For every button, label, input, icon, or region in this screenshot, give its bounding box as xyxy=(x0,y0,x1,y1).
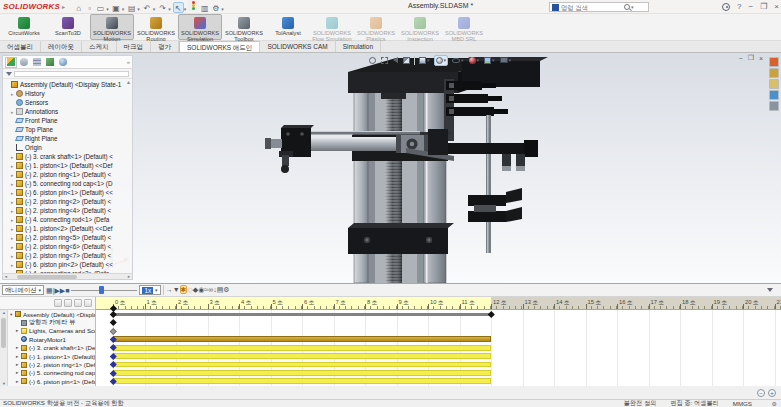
previous-view-button[interactable] xyxy=(392,56,399,64)
change-bar[interactable] xyxy=(113,362,491,368)
stop-button[interactable]: ■ xyxy=(65,287,69,294)
redo-dropdown-icon[interactable]: ▾ xyxy=(168,6,171,12)
change-bar[interactable] xyxy=(113,353,491,359)
timeline-zoom-in-icon[interactable]: + xyxy=(768,389,776,397)
slider-thumb[interactable] xyxy=(99,286,104,294)
motor-bar[interactable] xyxy=(113,336,491,342)
home-icon[interactable]: ⌂ xyxy=(73,3,84,14)
motion-tree-item[interactable]: ▸(-) 6. piston pin<1> (Defa xyxy=(8,377,95,385)
command-search-box[interactable]: ▾ xyxy=(549,2,649,12)
filter-selected-button[interactable] xyxy=(74,299,82,307)
filter-input[interactable] xyxy=(14,71,129,77)
tree-item[interactable]: Top Plane xyxy=(3,125,132,134)
display-style-button[interactable]: ▾ xyxy=(434,55,449,66)
motion-tree-item[interactable]: ▸(-) 1. piston<1> (Default) xyxy=(8,352,95,360)
tree-item[interactable]: Assembly (Default) <Display State-1 xyxy=(3,80,132,89)
motion-tree-item[interactable]: ▸(-) 3. crank shaft<1> (Def xyxy=(8,344,95,352)
timeline[interactable]: 0 초1 초2 초3 초4 초5 초6 초7 초8 초9 초10 초11 초12… xyxy=(96,297,781,386)
timeline-zoom-slider[interactable] xyxy=(71,285,137,295)
design-library-tab[interactable] xyxy=(769,68,779,78)
addin-scanto3d[interactable]: ScanTo3D xyxy=(46,14,90,40)
minimize-button[interactable]: − xyxy=(748,0,753,14)
scroll-down-icon[interactable]: ▼ xyxy=(0,381,8,386)
tree-item[interactable]: Front Plane xyxy=(3,116,132,125)
scroll-thumb[interactable] xyxy=(1,318,6,348)
keyframe-icon[interactable] xyxy=(110,328,116,334)
addin-solidworks-motion[interactable]: SOLIDWORKS Motion xyxy=(90,14,134,40)
file-properties-icon[interactable]: ▥ xyxy=(199,3,210,14)
open-icon[interactable]: ▭ xyxy=(95,3,106,14)
view-settings-button[interactable]: ▾ xyxy=(499,56,513,64)
panel-collapse-icon[interactable]: « xyxy=(127,59,130,65)
options-icon[interactable]: ⚙ xyxy=(210,3,221,14)
rebuild-icon[interactable] xyxy=(188,0,199,11)
addin-circuitworks[interactable]: CircuitWorks xyxy=(2,14,46,40)
doc-close-button[interactable]: × xyxy=(759,55,763,62)
keyframe-icon[interactable] xyxy=(488,311,494,317)
tree-item[interactable]: ▸(-) 2. piston ring<1> (Default) < xyxy=(3,170,132,179)
doc-restore-button[interactable]: ❐ xyxy=(748,54,754,62)
motion-study-properties-button[interactable]: ⚙ xyxy=(223,286,229,293)
calculate-button[interactable]: ▦ xyxy=(46,287,53,294)
edit-appearance-button[interactable]: ▾ xyxy=(468,56,481,65)
tree-item[interactable]: Right Plane xyxy=(3,134,132,143)
zoom-fit-button[interactable] xyxy=(368,56,377,65)
addin-solidworks-toolbox[interactable]: SOLIDWORKS Toolbox xyxy=(222,14,266,40)
collapse-panel-icon[interactable] xyxy=(767,288,773,292)
playback-speed-select[interactable]: 1x ▾ xyxy=(139,285,160,295)
motion-tree-item[interactable]: ▸Lights, Cameras and Scene xyxy=(8,327,95,335)
tree-item[interactable]: ▸History xyxy=(3,89,132,98)
timeline-ruler[interactable]: 0 초1 초2 초3 초4 초5 초6 초7 초8 초9 초10 초11 초12… xyxy=(96,297,781,310)
tab-스케치[interactable]: 스케치 xyxy=(82,41,117,52)
dimxpertmanager-tab[interactable] xyxy=(44,57,56,68)
redo-icon[interactable]: ↷ xyxy=(157,3,168,14)
addin-solidworks-routing[interactable]: SOLIDWORKS Routing xyxy=(134,14,178,40)
feature-tree-hscrollbar[interactable]: ◂ ▸ xyxy=(3,273,132,279)
tab-어셈블리[interactable]: 어셈블리 xyxy=(0,41,41,52)
appearances-scenes-tab[interactable] xyxy=(769,90,779,100)
timeline-row[interactable] xyxy=(96,377,781,385)
motion-tree-item[interactable]: ▾Assembly (Default) <Display S xyxy=(8,310,95,318)
keyframe-icon[interactable] xyxy=(110,319,116,325)
logo-menu-caret-icon[interactable]: ▸ xyxy=(62,3,65,10)
scroll-thumb[interactable] xyxy=(17,275,77,279)
tree-item[interactable]: ▸(-) 1. piston<1> (Default) <<Def xyxy=(3,161,132,170)
scroll-right-icon[interactable]: ▸ xyxy=(126,274,132,279)
apply-scene-button[interactable]: ▾ xyxy=(483,56,496,65)
tree-item[interactable]: ▸(-) 5. connecting rod cap<1> (D xyxy=(3,179,132,188)
tree-item[interactable]: ▸(-) 1. piston<2> (Default) <<Def xyxy=(3,224,132,233)
displaymanager-tab[interactable] xyxy=(57,57,69,68)
custom-properties-tab[interactable] xyxy=(769,101,779,111)
doc-minimize-button[interactable]: − xyxy=(739,55,743,62)
save-icon[interactable]: ▣ xyxy=(111,3,122,14)
timeline-row[interactable] xyxy=(96,352,781,360)
graphics-area[interactable]: ▾▾▾▾▾▾ − ❐ × « ▲ Assembly (Default) <Dis… xyxy=(0,53,781,283)
tab-solidworks-애드인[interactable]: SOLIDWORKS 애드인 xyxy=(179,41,260,52)
filter-driving-button[interactable] xyxy=(64,299,72,307)
tree-item[interactable]: ▸(-) 2. piston ring<7> (Default) < xyxy=(3,251,132,260)
timeline-row[interactable] xyxy=(96,344,781,352)
file-explorer-tab[interactable] xyxy=(769,79,779,89)
undo-dropdown-icon[interactable]: ▾ xyxy=(153,6,156,12)
timeline-row[interactable] xyxy=(96,310,781,318)
playback-mode-button[interactable]: → xyxy=(166,286,173,293)
featuremanager-design-tree-tab[interactable] xyxy=(5,57,17,68)
timeline-row[interactable] xyxy=(96,335,781,343)
tree-item[interactable]: ▸(-) 4. connecting rod<2> (Defa xyxy=(3,269,132,273)
undo-icon[interactable]: ↶ xyxy=(142,3,153,14)
close-button[interactable]: × xyxy=(774,0,779,14)
propertymanager-tab[interactable] xyxy=(18,57,30,68)
tree-item[interactable]: ▸(-) 3. crank shaft<1> (Default) < xyxy=(3,152,132,161)
sign-in-icon[interactable] xyxy=(722,3,730,11)
restore-button[interactable]: ❐ xyxy=(760,0,767,14)
tab-레이아웃[interactable]: 레이아웃 xyxy=(41,41,82,52)
change-bar[interactable] xyxy=(113,345,491,351)
duration-bar[interactable] xyxy=(113,313,491,316)
scroll-left-icon[interactable]: ◂ xyxy=(3,274,9,279)
tab-simulation[interactable]: Simulation xyxy=(336,41,381,52)
timeline-row[interactable] xyxy=(96,369,781,377)
filter-results-button[interactable] xyxy=(84,299,92,307)
tree-item[interactable]: ▸(-) 2. piston ring<6> (Default) < xyxy=(3,242,132,251)
addin-solidworks-simulation[interactable]: SOLIDWORKS Simulation xyxy=(178,14,222,40)
view-orientation-button[interactable]: ▾ xyxy=(418,56,431,65)
